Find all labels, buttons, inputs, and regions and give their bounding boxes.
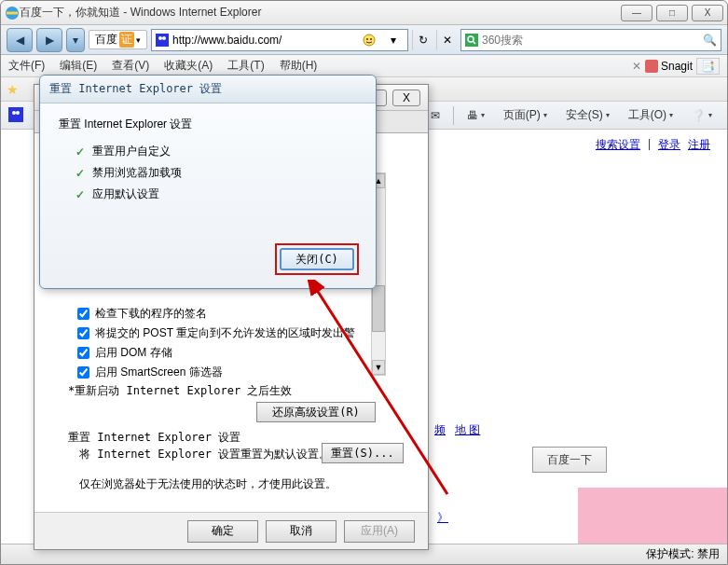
cmd-page[interactable]: 页面(P)▾ [496,104,555,126]
ok-button[interactable]: 确定 [187,520,258,543]
baidu-top-links: 搜索设置 | 登录 注册 [596,137,710,153]
favorites-star-icon[interactable]: ★ [7,82,19,97]
baidu-nav-links: 频 地 图 [434,422,480,438]
svg-point-5 [366,38,368,40]
reset-item: ✓禁用浏览器加载项 [76,165,357,181]
search-bar[interactable]: 🔍 [460,29,721,51]
address-dropdown[interactable]: ▾ [383,30,404,50]
link-more[interactable]: 》 [437,510,448,526]
forward-button[interactable]: ▶ [36,28,62,52]
mail-icon: ✉ [431,109,440,122]
menu-file[interactable]: 文件(F) [1,55,52,76]
compat-icon[interactable] [359,30,379,50]
back-button[interactable]: ◀ [7,28,33,52]
search-input[interactable] [482,34,699,47]
url-input[interactable] [172,34,355,47]
maximize-button[interactable]: □ [656,5,688,21]
svg-point-2 [158,36,162,40]
menu-tools[interactable]: 工具(T) [220,55,271,76]
checkbox[interactable] [77,366,89,379]
close-tab-icon[interactable]: ✕ [632,60,641,73]
svg-rect-7 [465,34,478,47]
reset-dialog-titlebar: 重置 Internet Explorer 设置 [40,76,376,103]
reset-dialog-button-row: 关闭(C) [40,234,376,288]
link-video[interactable]: 频 [434,422,446,438]
window-buttons: — □ X [621,5,723,21]
snagit-label: Snagit [661,60,693,73]
check-icon: ✓ [76,188,85,201]
scroll-thumb[interactable] [372,285,385,332]
cmd-tools[interactable]: 工具(O)▾ [621,104,680,126]
apply-button[interactable]: 应用(A) [344,520,415,543]
svg-point-4 [364,34,375,46]
reset-button[interactable]: 重置(S)... [322,443,404,463]
checkbox[interactable] [77,347,89,359]
svg-point-13 [16,111,20,115]
check-row[interactable]: 将提交的 POST 重定向到不允许发送的区域时发出警 [77,325,355,341]
link-login[interactable]: 登录 [658,137,680,153]
snagit-icon [645,60,658,73]
link-map[interactable]: 地 图 [455,422,480,438]
check-row[interactable]: 检查下载的程序的签名 [77,306,355,322]
menu-help[interactable]: 帮助(H) [272,55,325,76]
cmd-separator [453,106,454,125]
tab-icon[interactable] [8,107,25,124]
checkbox[interactable] [77,327,89,339]
stop-button[interactable]: ✕ [436,30,457,50]
link-register[interactable]: 注册 [688,137,710,153]
nav-row: ◀ ▶ ▾ 百度 证 ▾ ▾ ↻ ✕ 🔍 [1,25,727,55]
address-wrap: 百度 证 ▾ ▾ ↻ ✕ [89,29,457,51]
window-title: 百度一下，你就知道 - Windows Internet Explorer [20,5,621,21]
menu-favorites[interactable]: 收藏夹(A) [157,55,220,76]
menubar-right: ✕ Snagit 📑 [632,58,727,75]
print-icon: 🖶 [467,109,478,122]
scroll-down-icon[interactable]: ▼ [372,360,385,375]
advanced-settings-list: 检查下载的程序的签名 将提交的 POST 重定向到不允许发送的区域时发出警 启用… [77,306,355,380]
reset-item: ✓重置用户自定义 [76,144,357,159]
link-search-settings[interactable]: 搜索设置 [596,137,640,153]
window-titlebar: 百度一下，你就知道 - Windows Internet Explorer — … [1,1,727,25]
snagit-toolbar-button[interactable]: 📑 [696,58,720,75]
restore-advanced-button[interactable]: 还原高级设置(R) [256,402,376,422]
cmd-help[interactable]: ❔▾ [684,106,720,125]
check-icon: ✓ [76,167,85,180]
close-button-highlight: 关闭(C) [275,243,359,275]
menu-edit[interactable]: 编辑(E) [52,55,104,76]
checkbox[interactable] [77,308,89,320]
chevron-down-icon[interactable]: ▾ [136,35,141,45]
check-row[interactable]: 启用 DOM 存储 [77,345,355,361]
pink-overlay [578,488,727,544]
cancel-button[interactable]: 取消 [266,520,337,543]
svg-point-6 [370,38,372,40]
snagit-addon[interactable]: Snagit [645,60,693,73]
reset-warning: 仅在浏览器处于无法使用的状态时，才使用此设置。 [79,476,337,492]
reset-dialog-heading: 重置 Internet Explorer 设置 [59,117,357,132]
reset-section-desc: 将 Internet Explorer 设置重置为默认设置。 [79,447,330,462]
check-icon: ✓ [76,145,85,158]
brand-label: 百度 [95,32,117,48]
search-go-icon[interactable]: 🔍 [703,34,717,47]
minimize-button[interactable]: — [621,5,652,21]
refresh-button[interactable]: ↻ [412,30,433,50]
check-row[interactable]: 启用 SmartScreen 筛选器 [77,365,355,380]
address-bar[interactable]: ▾ [151,29,408,51]
close-reset-button[interactable]: 关闭(C) [280,248,354,270]
close-button[interactable]: X [692,5,723,21]
options-close-button[interactable]: X [392,90,420,106]
svg-point-12 [12,111,16,115]
history-dropdown[interactable]: ▾ [66,28,85,52]
baidu-search-button[interactable]: 百度一下 [532,447,607,473]
cmd-safety[interactable]: 安全(S)▾ [558,104,617,126]
svg-point-3 [162,36,166,40]
svg-rect-10 [645,60,658,73]
cert-badge: 证 [119,32,134,48]
status-protected-mode: 保护模式: 禁用 [646,546,720,562]
reset-dialog-title: 重置 Internet Explorer 设置 [49,81,366,97]
reset-dialog-body: 重置 Internet Explorer 设置 ✓重置用户自定义 ✓禁用浏览器加… [40,103,376,234]
svg-rect-11 [8,107,23,122]
cmd-print[interactable]: 🖶▾ [460,106,492,125]
options-button-row: 确定 取消 应用(A) [34,512,428,549]
site-brand-badge: 百度 证 ▾ [89,30,147,49]
reset-ie-dialog: 重置 Internet Explorer 设置 重置 Internet Expl… [39,75,377,289]
menu-view[interactable]: 查看(V) [104,55,157,76]
